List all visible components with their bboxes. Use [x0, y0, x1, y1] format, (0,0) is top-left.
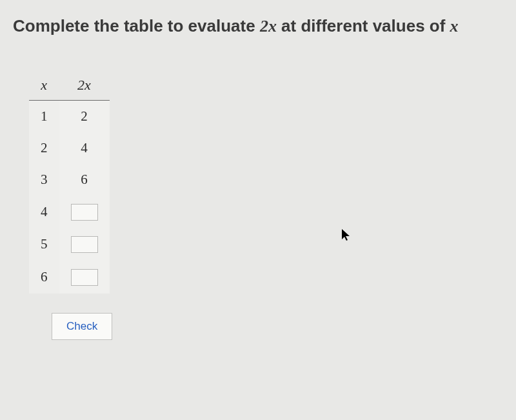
x-cell: 3: [29, 164, 59, 195]
table-row: 1 2: [29, 101, 110, 133]
table-row: 2 4: [29, 132, 110, 164]
table-row: 5: [29, 228, 110, 261]
answer-input-5[interactable]: [71, 236, 98, 253]
instruction-text: Complete the table to evaluate 2x at dif…: [13, 16, 503, 36]
instruction-expr: 2x: [260, 17, 277, 35]
val-cell: 2: [59, 101, 110, 133]
instruction-var: x: [450, 17, 459, 35]
x-cell: 2: [29, 132, 59, 164]
input-cell: [59, 228, 110, 261]
x-cell: 4: [29, 195, 59, 228]
header-x: x: [29, 72, 59, 101]
val-cell: 6: [59, 164, 110, 195]
instruction-middle: at different values of: [277, 16, 450, 35]
input-cell: [59, 195, 110, 228]
check-button[interactable]: Check: [52, 313, 112, 340]
val-cell: 4: [59, 132, 110, 164]
answer-input-4[interactable]: [71, 204, 98, 221]
x-cell: 1: [29, 101, 59, 133]
table-row: 6: [29, 261, 110, 294]
x-cell: 5: [29, 228, 59, 261]
x-cell: 6: [29, 261, 59, 294]
instruction-prefix: Complete the table to evaluate: [13, 16, 260, 35]
table-row: 3 6: [29, 164, 110, 195]
answer-input-6[interactable]: [71, 269, 98, 286]
eval-table: x 2x 1 2 2 4 3 6 4: [29, 72, 110, 294]
eval-table-container: x 2x 1 2 2 4 3 6 4: [29, 72, 503, 340]
table-row: 4: [29, 195, 110, 228]
cursor-icon: [342, 229, 352, 245]
input-cell: [59, 261, 110, 294]
header-2x: 2x: [59, 72, 110, 101]
